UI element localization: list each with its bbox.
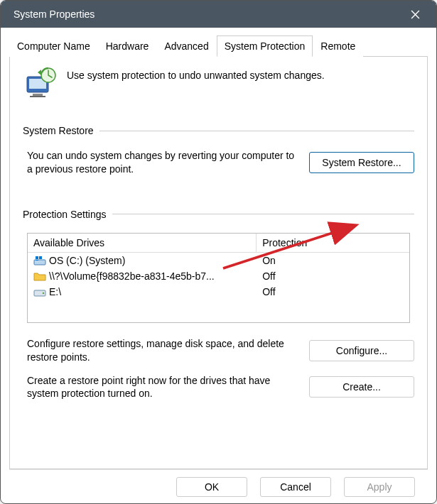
drive-name: OS (C:) (System) [49, 255, 125, 266]
restore-row: You can undo system changes by reverting… [23, 149, 414, 176]
tab-content: Use system protection to undo unwanted s… [9, 57, 428, 469]
tab-advanced[interactable]: Advanced [156, 35, 216, 57]
close-icon [411, 10, 420, 19]
svg-rect-3 [30, 96, 45, 97]
svg-point-13 [43, 292, 44, 294]
group-header-restore: System Restore [23, 125, 414, 136]
system-protection-icon [23, 67, 57, 101]
system-properties-window: System Properties Computer Name Hardware… [0, 0, 437, 504]
tab-computer-name[interactable]: Computer Name [9, 35, 98, 57]
drive-status: Off [257, 284, 409, 300]
cancel-button[interactable]: Cancel [260, 477, 331, 497]
configure-desc: Configure restore settings, manage disk … [27, 337, 296, 364]
drive-name-cell: OS (C:) (System) [28, 253, 257, 268]
drive-name-cell: \\?\Volume{f98832be-a831-4e5b-b7... [28, 268, 257, 284]
header-available-drives[interactable]: Available Drives [28, 234, 257, 252]
group-header-protection: Protection Settings [23, 209, 414, 220]
window-title: System Properties [14, 9, 95, 20]
header-protection[interactable]: Protection [257, 234, 409, 252]
configure-row: Configure restore settings, manage disk … [23, 337, 414, 364]
drive-status: Off [257, 268, 409, 284]
group-label-protection: Protection Settings [23, 209, 107, 220]
drive-os-icon [33, 255, 46, 266]
svg-rect-8 [34, 260, 45, 265]
group-label-restore: System Restore [23, 125, 94, 136]
svg-rect-10 [39, 256, 42, 259]
drive-icon [33, 286, 46, 297]
titlebar: System Properties [1, 1, 436, 28]
tab-remote[interactable]: Remote [313, 35, 363, 57]
group-divider [112, 214, 414, 214]
configure-button[interactable]: Configure... [309, 340, 414, 361]
drive-status: On [257, 253, 409, 268]
create-button[interactable]: Create... [309, 376, 414, 398]
tab-system-protection[interactable]: System Protection [217, 35, 313, 57]
table-row[interactable]: E:\ Off [28, 284, 409, 300]
svg-rect-9 [36, 256, 38, 259]
intro-row: Use system protection to undo unwanted s… [23, 67, 414, 101]
drive-table: Available Drives Protection OS (C:) (Sys… [27, 233, 410, 323]
create-row: Create a restore point right now for the… [23, 374, 414, 401]
create-desc: Create a restore point right now for the… [27, 374, 296, 401]
svg-rect-11 [36, 260, 38, 261]
group-divider [99, 131, 414, 131]
drive-name: E:\ [49, 286, 61, 297]
group-protection-settings: Protection Settings Available Drives Pro… [23, 209, 414, 401]
ok-button[interactable]: OK [176, 477, 247, 497]
drive-name-cell: E:\ [28, 284, 257, 300]
svg-rect-2 [33, 94, 43, 96]
system-restore-button[interactable]: System Restore... [309, 152, 414, 173]
table-row[interactable]: \\?\Volume{f98832be-a831-4e5b-b7... Off [28, 268, 409, 284]
dialog-body: Computer Name Hardware Advanced System P… [1, 28, 436, 503]
intro-text: Use system protection to undo unwanted s… [67, 67, 325, 81]
apply-button[interactable]: Apply [344, 477, 415, 497]
restore-desc: You can undo system changes by reverting… [27, 149, 296, 176]
tab-strip: Computer Name Hardware Advanced System P… [9, 35, 428, 57]
drive-table-header: Available Drives Protection [28, 234, 409, 253]
folder-icon [33, 270, 46, 282]
drive-name: \\?\Volume{f98832be-a831-4e5b-b7... [49, 270, 215, 282]
dialog-button-bar: OK Cancel Apply [9, 469, 428, 503]
tab-hardware[interactable]: Hardware [98, 35, 157, 57]
svg-marker-5 [38, 70, 41, 75]
group-system-restore: System Restore You can undo system chang… [23, 125, 414, 176]
table-row[interactable]: OS (C:) (System) On [28, 253, 409, 268]
drive-rows: OS (C:) (System) On \\?\Volume{f98832be-… [28, 253, 409, 322]
close-button[interactable] [399, 1, 431, 28]
